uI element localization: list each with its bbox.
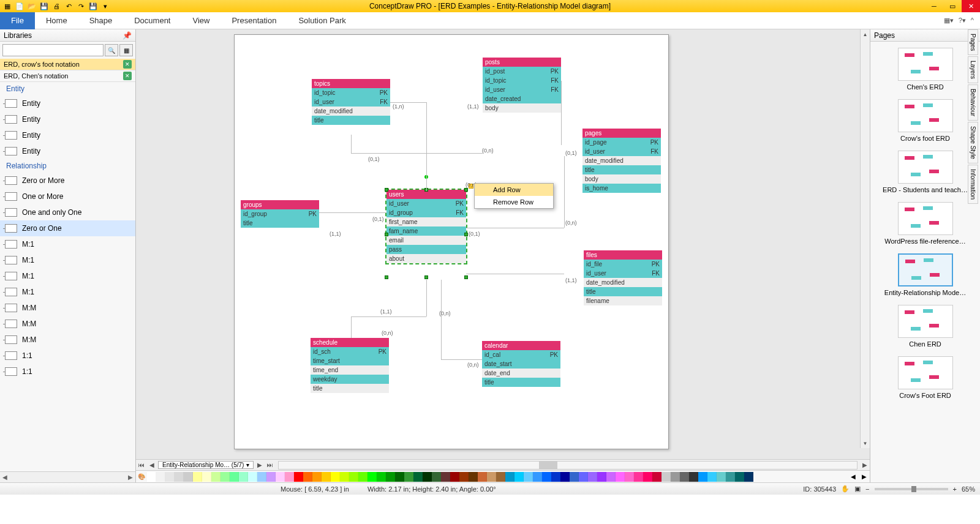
page-thumbnail[interactable]: Chen ERD — [874, 305, 976, 348]
color-swatch[interactable] — [322, 472, 331, 482]
side-tab-information[interactable]: Information — [968, 165, 978, 204]
canvas-viewport[interactable]: topicsid_topicPKid_userFKdate_modifiedti… — [136, 29, 870, 459]
library-item[interactable]: M:1 — [0, 284, 135, 300]
tab-nav-prev[interactable]: ◀ — [147, 462, 157, 468]
library-view-toggle[interactable]: ▦ — [119, 44, 133, 56]
pin-icon[interactable]: 📌 — [123, 31, 132, 40]
color-swatch[interactable] — [257, 472, 266, 482]
library-scrollbar[interactable]: ◀▶ — [0, 471, 135, 482]
redo-icon[interactable]: ↷ — [76, 1, 86, 11]
entity-calendar[interactable]: calendarid_calPKdate_startdate_endtitle — [482, 341, 560, 387]
color-swatch[interactable] — [303, 472, 312, 482]
color-swatch[interactable] — [698, 472, 707, 482]
color-swatch[interactable] — [175, 472, 184, 482]
color-swatch[interactable] — [377, 472, 386, 482]
entity-posts[interactable]: postsid_postPKid_topicFKid_userFKdate_cr… — [483, 58, 561, 113]
color-swatch[interactable] — [533, 472, 542, 482]
color-swatch[interactable] — [368, 472, 377, 482]
ribbon-tab-home[interactable]: Home — [35, 12, 78, 29]
color-swatch[interactable] — [744, 472, 753, 482]
library-item[interactable]: Zero or More — [0, 173, 135, 189]
selection-handle[interactable] — [385, 233, 388, 236]
library-item[interactable]: 1:1 — [0, 364, 135, 380]
selection-handle[interactable] — [424, 275, 428, 279]
ribbon-tab-presentation[interactable]: Presentation — [221, 12, 287, 29]
library-item[interactable]: Entity — [0, 111, 135, 127]
color-swatch[interactable] — [285, 472, 294, 482]
color-swatch[interactable] — [358, 472, 368, 482]
library-tag[interactable]: ERD, Chen's notation✕ — [0, 70, 135, 82]
zoom-out-icon[interactable]: − — [865, 485, 869, 493]
color-swatch[interactable] — [294, 472, 303, 482]
color-swatch[interactable] — [165, 472, 175, 482]
color-swatch[interactable] — [487, 472, 496, 482]
zoom-slider[interactable] — [875, 488, 948, 490]
color-swatch[interactable] — [735, 472, 744, 482]
help-icon[interactable]: ?▾ — [959, 17, 966, 24]
color-swatch[interactable] — [312, 472, 322, 482]
entity-pages[interactable]: pagesid_pagePKid_userFKdate_modifiedtitl… — [582, 129, 661, 193]
color-swatch[interactable] — [570, 472, 579, 482]
open-icon[interactable]: 📂 — [27, 1, 37, 11]
selection-handle[interactable] — [464, 275, 468, 279]
library-item[interactable]: 1:1 — [0, 348, 135, 364]
color-swatch[interactable] — [413, 472, 423, 482]
scroll-right-end[interactable]: ▶ — [860, 462, 870, 468]
qat-dropdown-icon[interactable]: ▾ — [100, 1, 110, 11]
save-icon[interactable]: 💾 — [39, 1, 49, 11]
color-swatch[interactable] — [634, 472, 643, 482]
color-swatch[interactable] — [202, 472, 211, 482]
page-thumbnail[interactable]: Crow's Foot ERD — [874, 356, 976, 399]
color-swatch[interactable] — [441, 472, 450, 482]
library-tag[interactable]: ERD, crow's foot notation✕ — [0, 59, 135, 70]
color-swatch[interactable] — [340, 472, 349, 482]
page-thumbnail[interactable]: ERD - Students and teach… — [874, 151, 976, 193]
color-swatch[interactable] — [147, 472, 156, 482]
popup-add-row[interactable]: Add Row — [475, 184, 553, 196]
ribbon-tab-solution-park[interactable]: Solution Park — [287, 12, 356, 29]
library-item[interactable]: M:1 — [0, 252, 135, 268]
color-swatch[interactable] — [606, 472, 616, 482]
color-swatch[interactable] — [221, 472, 230, 482]
fit-page-icon[interactable]: ▣ — [854, 485, 861, 493]
color-swatch[interactable] — [717, 472, 726, 482]
library-item[interactable]: One and only One — [0, 204, 135, 220]
pan-tool-icon[interactable]: ✋ — [841, 485, 850, 493]
color-swatch[interactable] — [505, 472, 514, 482]
library-item[interactable]: M:M — [0, 316, 135, 332]
page-thumbnail[interactable]: WordPress file-reference… — [874, 202, 976, 245]
page-selector[interactable]: Entity-Relationship Mo… (5/7) ▾ — [158, 461, 254, 469]
save-all-icon[interactable]: 💾 — [88, 1, 98, 11]
color-swatch[interactable] — [478, 472, 487, 482]
color-swatch[interactable] — [643, 472, 652, 482]
color-swatch[interactable] — [542, 472, 551, 482]
color-swatch[interactable] — [230, 472, 239, 482]
color-swatch[interactable] — [671, 472, 680, 482]
color-swatch[interactable] — [652, 472, 662, 482]
tab-nav-first[interactable]: ⏮ — [136, 462, 147, 468]
palette-scroll-right[interactable]: ▶ — [859, 471, 870, 482]
color-swatch[interactable] — [386, 472, 395, 482]
color-swatch[interactable] — [524, 472, 533, 482]
color-swatch[interactable] — [469, 472, 478, 482]
color-swatch[interactable] — [560, 472, 570, 482]
library-item[interactable]: M:1 — [0, 268, 135, 284]
close-button[interactable]: ✕ — [962, 0, 980, 12]
library-item[interactable]: M:M — [0, 332, 135, 348]
tab-nav-next[interactable]: ▶ — [255, 462, 265, 468]
color-swatch[interactable] — [266, 472, 276, 482]
color-swatch[interactable] — [239, 472, 248, 482]
close-tag-icon[interactable]: ✕ — [123, 72, 132, 80]
color-swatch[interactable] — [193, 472, 202, 482]
color-swatch[interactable] — [726, 472, 735, 482]
undo-icon[interactable]: ↶ — [64, 1, 74, 11]
color-swatch[interactable] — [680, 472, 689, 482]
ribbon-tab-document[interactable]: Document — [123, 12, 181, 29]
side-tab-shape-style[interactable]: Shape Style — [968, 122, 978, 163]
file-tab[interactable]: File — [0, 12, 35, 29]
library-item[interactable]: Entity — [0, 127, 135, 143]
entity-groups[interactable]: groupsid_groupPKtitle — [241, 200, 319, 228]
color-swatch[interactable] — [395, 472, 404, 482]
ribbon-tab-view[interactable]: View — [181, 12, 221, 29]
color-swatch[interactable] — [184, 472, 193, 482]
